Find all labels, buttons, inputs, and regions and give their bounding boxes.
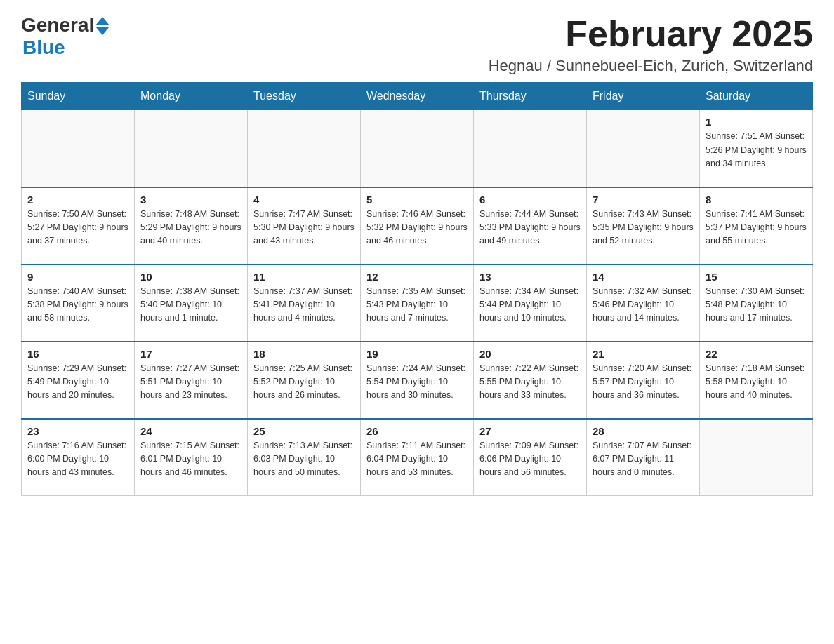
calendar-day-cell: 9Sunrise: 7:40 AM Sunset: 5:38 PM Daylig… [22,264,135,342]
day-number: 12 [366,271,468,283]
calendar-title: February 2025 [489,14,813,54]
calendar-day-cell: 24Sunrise: 7:15 AM Sunset: 6:01 PM Dayli… [135,419,248,496]
day-info: Sunrise: 7:50 AM Sunset: 5:27 PM Dayligh… [27,208,128,248]
day-number: 22 [706,348,807,360]
day-number: 26 [366,425,468,437]
day-info: Sunrise: 7:41 AM Sunset: 5:37 PM Dayligh… [706,208,807,248]
day-number: 27 [479,425,581,437]
day-number: 18 [253,348,355,360]
calendar-day-cell [248,110,361,187]
day-info: Sunrise: 7:09 AM Sunset: 6:06 PM Dayligh… [479,439,581,480]
day-number: 7 [593,194,694,206]
calendar-day-cell: 7Sunrise: 7:43 AM Sunset: 5:35 PM Daylig… [587,187,700,264]
day-info: Sunrise: 7:07 AM Sunset: 6:07 PM Dayligh… [593,439,694,480]
day-number: 13 [479,271,581,283]
day-number: 23 [27,425,128,437]
calendar-subtitle: Hegnau / Sunnebueel-Eich, Zurich, Switze… [489,57,813,75]
day-info: Sunrise: 7:11 AM Sunset: 6:04 PM Dayligh… [366,439,468,480]
weekday-header-row: SundayMondayTuesdayWednesdayThursdayFrid… [22,83,813,110]
logo-bottom-arrow [95,27,110,35]
calendar-day-cell: 21Sunrise: 7:20 AM Sunset: 5:57 PM Dayli… [587,342,700,419]
day-number: 19 [366,348,468,360]
calendar-day-cell [135,110,248,187]
day-number: 24 [140,425,241,437]
calendar-day-cell: 1Sunrise: 7:51 AM Sunset: 5:26 PM Daylig… [700,110,813,187]
day-number: 5 [366,194,468,206]
day-info: Sunrise: 7:43 AM Sunset: 5:35 PM Dayligh… [593,208,694,248]
calendar-day-cell: 23Sunrise: 7:16 AM Sunset: 6:00 PM Dayli… [22,419,135,496]
day-number: 14 [593,271,694,283]
day-number: 17 [140,348,241,360]
calendar-day-cell: 6Sunrise: 7:44 AM Sunset: 5:33 PM Daylig… [474,187,587,264]
day-info: Sunrise: 7:22 AM Sunset: 5:55 PM Dayligh… [479,362,581,403]
calendar-week-row: 23Sunrise: 7:16 AM Sunset: 6:00 PM Dayli… [22,419,813,496]
day-info: Sunrise: 7:40 AM Sunset: 5:38 PM Dayligh… [27,285,128,326]
day-number: 25 [253,425,355,437]
day-info: Sunrise: 7:34 AM Sunset: 5:44 PM Dayligh… [479,285,581,326]
day-number: 11 [253,271,355,283]
day-number: 28 [593,425,694,437]
day-info: Sunrise: 7:47 AM Sunset: 5:30 PM Dayligh… [253,208,355,248]
day-info: Sunrise: 7:46 AM Sunset: 5:32 PM Dayligh… [366,208,468,248]
day-number: 3 [140,194,241,206]
weekday-header-thursday: Thursday [474,83,587,110]
calendar-day-cell: 17Sunrise: 7:27 AM Sunset: 5:51 PM Dayli… [135,342,248,419]
calendar-day-cell: 10Sunrise: 7:38 AM Sunset: 5:40 PM Dayli… [135,264,248,342]
calendar-day-cell [474,110,587,187]
day-number: 10 [140,271,241,283]
day-number: 1 [706,116,807,128]
calendar-day-cell: 19Sunrise: 7:24 AM Sunset: 5:54 PM Dayli… [361,342,474,419]
weekday-header-wednesday: Wednesday [361,83,474,110]
day-info: Sunrise: 7:32 AM Sunset: 5:46 PM Dayligh… [593,285,694,326]
calendar-day-cell: 8Sunrise: 7:41 AM Sunset: 5:37 PM Daylig… [700,187,813,264]
day-info: Sunrise: 7:13 AM Sunset: 6:03 PM Dayligh… [253,439,355,480]
day-number: 9 [27,271,128,283]
calendar-day-cell: 14Sunrise: 7:32 AM Sunset: 5:46 PM Dayli… [587,264,700,342]
day-number: 6 [479,194,581,206]
day-info: Sunrise: 7:27 AM Sunset: 5:51 PM Dayligh… [140,362,241,403]
calendar-day-cell: 22Sunrise: 7:18 AM Sunset: 5:58 PM Dayli… [700,342,813,419]
calendar-day-cell: 15Sunrise: 7:30 AM Sunset: 5:48 PM Dayli… [700,264,813,342]
calendar-day-cell: 27Sunrise: 7:09 AM Sunset: 6:06 PM Dayli… [474,419,587,496]
day-info: Sunrise: 7:38 AM Sunset: 5:40 PM Dayligh… [140,285,241,326]
calendar-table: SundayMondayTuesdayWednesdayThursdayFrid… [21,82,813,496]
weekday-header-monday: Monday [135,83,248,110]
calendar-week-row: 9Sunrise: 7:40 AM Sunset: 5:38 PM Daylig… [22,264,813,342]
calendar-day-cell [361,110,474,187]
page-header: General Blue February 2025 Hegnau / Sunn… [21,14,813,75]
day-info: Sunrise: 7:35 AM Sunset: 5:43 PM Dayligh… [366,285,468,326]
logo-top-arrow [95,17,110,25]
calendar-day-cell: 26Sunrise: 7:11 AM Sunset: 6:04 PM Dayli… [361,419,474,496]
weekday-header-tuesday: Tuesday [248,83,361,110]
calendar-day-cell: 3Sunrise: 7:48 AM Sunset: 5:29 PM Daylig… [135,187,248,264]
day-number: 21 [593,348,694,360]
day-number: 4 [253,194,355,206]
calendar-day-cell [22,110,135,187]
day-info: Sunrise: 7:51 AM Sunset: 5:26 PM Dayligh… [706,130,807,170]
calendar-day-cell: 13Sunrise: 7:34 AM Sunset: 5:44 PM Dayli… [474,264,587,342]
calendar-day-cell: 16Sunrise: 7:29 AM Sunset: 5:49 PM Dayli… [22,342,135,419]
calendar-day-cell [700,419,813,496]
calendar-day-cell [587,110,700,187]
day-info: Sunrise: 7:20 AM Sunset: 5:57 PM Dayligh… [593,362,694,403]
calendar-week-row: 1Sunrise: 7:51 AM Sunset: 5:26 PM Daylig… [22,110,813,187]
calendar-day-cell: 20Sunrise: 7:22 AM Sunset: 5:55 PM Dayli… [474,342,587,419]
day-info: Sunrise: 7:44 AM Sunset: 5:33 PM Dayligh… [479,208,581,248]
calendar-week-row: 2Sunrise: 7:50 AM Sunset: 5:27 PM Daylig… [22,187,813,264]
day-info: Sunrise: 7:30 AM Sunset: 5:48 PM Dayligh… [706,285,807,326]
day-number: 16 [27,348,128,360]
day-number: 2 [27,194,128,206]
logo: General Blue [21,14,110,59]
calendar-day-cell: 25Sunrise: 7:13 AM Sunset: 6:03 PM Dayli… [248,419,361,496]
weekday-header-sunday: Sunday [22,83,135,110]
calendar-day-cell: 4Sunrise: 7:47 AM Sunset: 5:30 PM Daylig… [248,187,361,264]
calendar-week-row: 16Sunrise: 7:29 AM Sunset: 5:49 PM Dayli… [22,342,813,419]
title-section: February 2025 Hegnau / Sunnebueel-Eich, … [489,14,813,75]
day-info: Sunrise: 7:25 AM Sunset: 5:52 PM Dayligh… [253,362,355,403]
calendar-day-cell: 2Sunrise: 7:50 AM Sunset: 5:27 PM Daylig… [22,187,135,264]
calendar-day-cell: 11Sunrise: 7:37 AM Sunset: 5:41 PM Dayli… [248,264,361,342]
day-number: 15 [706,271,807,283]
day-number: 20 [479,348,581,360]
weekday-header-saturday: Saturday [700,83,813,110]
logo-text-blue: Blue [22,36,65,59]
